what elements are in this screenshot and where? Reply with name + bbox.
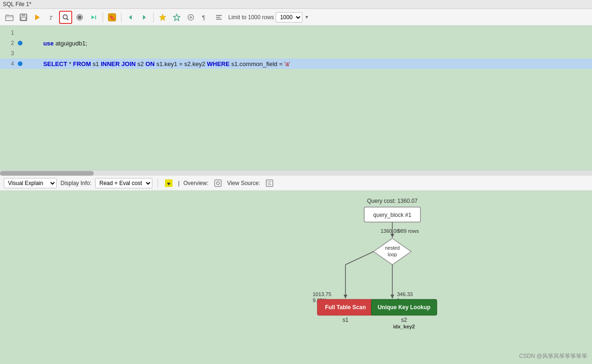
line-number-2: 2 bbox=[3, 40, 14, 46]
limit-label: Limit to 1000 rows bbox=[228, 14, 274, 21]
star-btn[interactable] bbox=[156, 11, 169, 24]
string-val: 'a' bbox=[285, 60, 290, 67]
line-number-3: 3 bbox=[3, 50, 14, 57]
svg-rect-3 bbox=[22, 14, 25, 16]
select-star: * bbox=[67, 60, 73, 67]
editor-section: 1 2 use atguigudb1; 3 4 bbox=[0, 26, 592, 176]
svg-rect-25 bbox=[216, 19, 222, 20]
overview-label: Overview: bbox=[183, 180, 208, 186]
filter-btn[interactable] bbox=[184, 11, 197, 24]
search-btn[interactable] bbox=[59, 11, 72, 24]
query-block-label: query_block #1 bbox=[373, 212, 412, 218]
explain-btn[interactable]: T bbox=[45, 11, 58, 24]
explain-diagram: Query cost: 1360.07 query_block #1 1360.… bbox=[202, 191, 592, 364]
svg-rect-0 bbox=[6, 15, 13, 21]
svg-marker-17 bbox=[159, 14, 166, 21]
display-info-label: Display Info: bbox=[60, 180, 91, 186]
save-diagram-btn[interactable] bbox=[163, 178, 174, 189]
limit-select-input[interactable]: 1000 500 200 bbox=[276, 12, 302, 22]
explain-left-panel bbox=[0, 191, 202, 364]
svg-marker-18 bbox=[173, 14, 180, 21]
open-folder-btn[interactable] bbox=[3, 11, 16, 24]
cost-ukl: 346.33 bbox=[397, 291, 413, 297]
separator-3 bbox=[153, 12, 154, 22]
fts-label: Full Table Scan bbox=[325, 304, 366, 311]
svg-text:T: T bbox=[49, 15, 53, 21]
svg-marker-16 bbox=[143, 15, 146, 20]
line-number-4: 4 bbox=[3, 60, 14, 67]
save-btn[interactable] bbox=[17, 11, 30, 24]
skip-btn[interactable] bbox=[87, 11, 100, 24]
limit-selector: Limit to 1000 rows 1000 500 200 ▼ bbox=[228, 12, 309, 22]
svg-text:¶: ¶ bbox=[202, 14, 205, 21]
svg-rect-4 bbox=[21, 17, 26, 20]
svg-rect-10 bbox=[78, 16, 81, 19]
watermark: CSDN @风筝风筝筝筝筝筝 bbox=[519, 352, 587, 360]
editor-empty-area bbox=[0, 71, 592, 170]
svg-rect-27 bbox=[166, 179, 170, 182]
editor-line-4: 4 SELECT * FROM s1 INNER JOIN s2 ON s1.k… bbox=[0, 59, 592, 69]
arrowhead-qb-nl bbox=[390, 234, 394, 238]
separator-2 bbox=[121, 12, 121, 22]
line-dot-4 bbox=[18, 61, 22, 66]
fts-table-name: s1 bbox=[342, 317, 348, 323]
cost-fts: 1013.75 bbox=[313, 291, 331, 297]
query-cost-label: Query cost: 1360.07 bbox=[367, 198, 417, 204]
main-content: SQL File 1* T 🔖 bbox=[0, 0, 592, 364]
svg-marker-15 bbox=[129, 15, 132, 20]
svg-marker-5 bbox=[35, 15, 40, 20]
bottom-sep-1 bbox=[157, 178, 158, 188]
kw-select: SELECT bbox=[43, 60, 67, 67]
overview-icon-btn[interactable] bbox=[212, 178, 224, 189]
rows-nl-1: 989 rows bbox=[398, 228, 419, 234]
editor-lines[interactable]: 1 2 use atguigudb1; 3 4 bbox=[0, 26, 592, 71]
h-scrollbar[interactable] bbox=[0, 170, 592, 176]
line-dot-2 bbox=[18, 41, 22, 45]
where-cond: s1.common_field = bbox=[230, 60, 285, 67]
nested-loop-label2: loop bbox=[388, 252, 397, 257]
editor-line-1: 1 bbox=[0, 28, 592, 38]
text-btn[interactable]: ¶ bbox=[198, 11, 211, 24]
view-mode-select[interactable]: Visual Explain Tabular Explain JSON bbox=[4, 178, 57, 188]
kw-from: FROM bbox=[73, 60, 91, 67]
ukl-index-name: idx_key2 bbox=[393, 324, 414, 329]
title-bar: SQL File 1* bbox=[0, 0, 592, 9]
svg-point-30 bbox=[217, 182, 219, 185]
kw-use: use bbox=[43, 40, 53, 47]
table-s2: s2 bbox=[135, 60, 145, 67]
kw-on: ON bbox=[145, 60, 155, 67]
view-source-icon-btn[interactable] bbox=[264, 178, 275, 189]
kw-join: JOIN bbox=[121, 60, 135, 67]
dropdown-arrow-icon: ▼ bbox=[304, 15, 309, 20]
run-btn[interactable] bbox=[31, 11, 44, 24]
svg-rect-29 bbox=[215, 180, 221, 186]
view-source-label: View Source: bbox=[227, 180, 260, 186]
separator-1 bbox=[103, 12, 103, 22]
editor-line-2: 2 use atguigudb1; bbox=[0, 38, 592, 48]
share-btn[interactable] bbox=[170, 11, 183, 24]
bottom-sep-pipe: | bbox=[178, 180, 180, 186]
stop-btn[interactable] bbox=[73, 11, 86, 24]
arrowhead-fts bbox=[344, 295, 347, 298]
svg-rect-24 bbox=[216, 17, 220, 18]
prev-btn[interactable] bbox=[124, 11, 137, 24]
db-name: atguigudb1; bbox=[54, 40, 88, 47]
svg-point-7 bbox=[63, 15, 67, 19]
display-info-select[interactable]: Read + Eval cost Read cost Eval cost bbox=[95, 178, 152, 188]
svg-line-8 bbox=[67, 18, 69, 20]
kw-inner: INNER bbox=[101, 60, 120, 67]
svg-rect-1 bbox=[6, 15, 9, 16]
h-scrollbar-thumb[interactable] bbox=[0, 171, 94, 176]
bookmark-btn[interactable]: 🔖 bbox=[105, 11, 119, 24]
tab-label[interactable]: SQL File 1* bbox=[3, 1, 31, 7]
next-btn[interactable] bbox=[138, 11, 151, 24]
svg-marker-11 bbox=[91, 15, 95, 19]
explain-canvas: Query cost: 1360.07 query_block #1 1360.… bbox=[0, 191, 592, 364]
join-cond: s1.key1 = s2.key2 bbox=[155, 60, 207, 67]
explain-svg: Query cost: 1360.07 query_block #1 1360.… bbox=[299, 195, 495, 364]
ukl-table-name: s2 bbox=[401, 317, 407, 323]
format-btn[interactable] bbox=[212, 11, 225, 24]
nested-loop-label1: nested bbox=[385, 245, 400, 251]
line-code-2: use atguigudb1; bbox=[26, 33, 87, 54]
toolbar: T 🔖 bbox=[0, 9, 592, 26]
